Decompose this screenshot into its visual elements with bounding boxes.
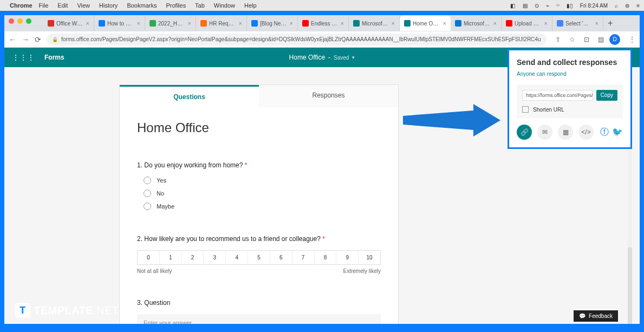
rating-cell[interactable]: 3 [204, 251, 226, 264]
copy-button[interactable]: Copy [596, 90, 617, 101]
facebook-icon[interactable]: ⓕ [600, 127, 609, 138]
menu-profiles[interactable]: Profiles [166, 2, 186, 9]
radio-icon [144, 203, 151, 210]
notification-icon[interactable]: ≡ [636, 3, 640, 9]
close-tab-icon[interactable]: × [137, 20, 140, 27]
url-text: forms.office.com/Pages/DesignPageV2.aspx… [61, 36, 541, 42]
menu-window[interactable]: Window [214, 2, 235, 9]
menu-edit[interactable]: Edit [57, 2, 68, 9]
waffle-icon[interactable]: ⋮⋮⋮ [12, 53, 35, 62]
close-tab-icon[interactable]: × [493, 20, 497, 27]
q1-option-yes[interactable]: Yes [144, 177, 381, 184]
share-url-input[interactable]: https://forms.office.com/Pages/Resp… [522, 90, 593, 101]
browser-tab[interactable]: 2022_HR Requ× [145, 16, 196, 31]
star-icon[interactable]: ☆ [569, 36, 575, 43]
menu-help[interactable]: Help [244, 2, 257, 9]
chrome-menu-icon[interactable]: ⋮ [629, 36, 635, 43]
browser-tab[interactable]: Microsoft Forms× [349, 16, 400, 31]
back-button[interactable]: ← [9, 35, 16, 44]
window-controls [9, 18, 31, 24]
menu-bookmarks[interactable]: Bookmarks [127, 2, 157, 9]
favicon [557, 20, 563, 27]
q1-option-maybe[interactable]: Maybe [144, 203, 381, 210]
send-panel: Send and collect responses Anyone can re… [508, 49, 632, 149]
tab-responses[interactable]: Responses [259, 85, 398, 107]
close-tab-icon[interactable]: × [239, 20, 242, 27]
rating-cell[interactable]: 6 [270, 251, 292, 264]
mac-active-app[interactable]: Chrome [10, 2, 32, 9]
browser-tab[interactable]: How to Embed× [94, 16, 145, 31]
favicon [506, 20, 512, 27]
question-3: 3. Question Enter your answer [137, 299, 381, 324]
menu-file[interactable]: File [39, 2, 49, 9]
form-title[interactable]: Home Office [137, 120, 381, 135]
menu-history[interactable]: History [99, 2, 118, 9]
reload-button[interactable]: ⟳ [35, 35, 41, 44]
rating-cell[interactable]: 1 [160, 251, 182, 264]
tray-icon[interactable]: ⊙ [535, 3, 539, 9]
browser-tab[interactable]: Home Office× [400, 16, 451, 31]
favicon [353, 20, 360, 27]
browser-tab[interactable]: Upload Files in× [502, 16, 552, 31]
rating-cell[interactable]: 9 [336, 251, 359, 264]
rating-cell[interactable]: 7 [292, 251, 315, 264]
close-tab-icon[interactable]: × [392, 20, 395, 27]
tray-icon[interactable]: ▤ [523, 3, 528, 9]
share-icon[interactable]: ⇪ [555, 36, 561, 43]
favicon [48, 20, 54, 27]
menu-tab[interactable]: Tab [195, 2, 205, 9]
close-tab-icon[interactable]: × [443, 20, 446, 27]
close-tab-icon[interactable]: × [188, 20, 191, 27]
minimize-window[interactable] [17, 18, 23, 24]
rating-cell[interactable]: 10 [359, 251, 380, 264]
rating-cell[interactable]: 0 [138, 251, 160, 264]
wifi-icon[interactable]: ⌔ [556, 3, 560, 9]
forward-button[interactable]: → [22, 35, 29, 44]
reading-list-icon[interactable]: ▤ [598, 36, 604, 43]
browser-tab[interactable]: Microsoft acco× [451, 16, 502, 31]
rating-cell[interactable]: 2 [182, 251, 204, 264]
q1-option-no[interactable]: No [144, 190, 381, 197]
share-qr-icon[interactable]: ▦ [558, 125, 573, 140]
rating-cell[interactable]: 5 [248, 251, 270, 264]
close-window[interactable] [9, 18, 14, 24]
tray-icon[interactable]: ◧ [510, 3, 515, 9]
respond-setting-link[interactable]: Anyone can respond [517, 71, 623, 77]
close-tab-icon[interactable]: × [544, 20, 548, 27]
browser-tab[interactable]: Endless Sun× [298, 16, 349, 31]
share-email-icon[interactable]: ✉ [537, 125, 552, 140]
close-tab-icon[interactable]: × [86, 20, 89, 27]
maximize-window[interactable] [26, 18, 31, 24]
doc-title-area[interactable]: Home Office - Saved ▾ [289, 54, 355, 61]
search-icon[interactable]: ⌕ [615, 3, 618, 9]
profile-avatar[interactable]: D [609, 34, 620, 45]
new-tab-button[interactable]: + [603, 18, 617, 28]
shorten-url-checkbox[interactable]: Shorten URL [522, 106, 617, 113]
menu-view[interactable]: View [77, 2, 90, 9]
tray-icon[interactable]: ⌁ [546, 3, 549, 9]
close-tab-icon[interactable]: × [595, 20, 599, 27]
feedback-button[interactable]: 💬 Feedback [574, 310, 618, 322]
omnibox[interactable]: 🔒 forms.office.com/Pages/DesignPageV2.as… [47, 34, 547, 45]
control-center-icon[interactable]: ⊜ [625, 3, 629, 9]
share-embed-icon[interactable]: </> [578, 125, 594, 140]
browser-tab[interactable]: Select 'Collect× [552, 16, 603, 31]
tab-questions[interactable]: Questions [120, 85, 259, 107]
chevron-down-icon: ▾ [352, 55, 355, 60]
scrollbar-thumb[interactable] [628, 247, 632, 324]
close-tab-icon[interactable]: × [290, 20, 293, 27]
rating-cell[interactable]: 4 [226, 251, 248, 264]
rating-cell[interactable]: 8 [315, 251, 337, 264]
browser-tab[interactable]: HR Requests× [196, 16, 247, 31]
close-tab-icon[interactable]: × [341, 20, 344, 27]
forms-brand[interactable]: Forms [44, 54, 64, 61]
share-link-icon[interactable]: 🔗 [517, 125, 532, 140]
battery-icon[interactable]: ▮▯ [567, 3, 573, 9]
browser-tab[interactable]: Office Workers× [43, 16, 94, 31]
twitter-icon[interactable]: 🐦 [612, 127, 623, 138]
watermark-logo: T [15, 303, 30, 318]
clock[interactable]: Fri 8:24 AM [580, 3, 608, 9]
text-answer-input[interactable]: Enter your answer [137, 314, 381, 324]
extensions-icon[interactable]: ⊡ [584, 36, 589, 43]
browser-tab[interactable]: [Blog New Key× [247, 16, 298, 31]
